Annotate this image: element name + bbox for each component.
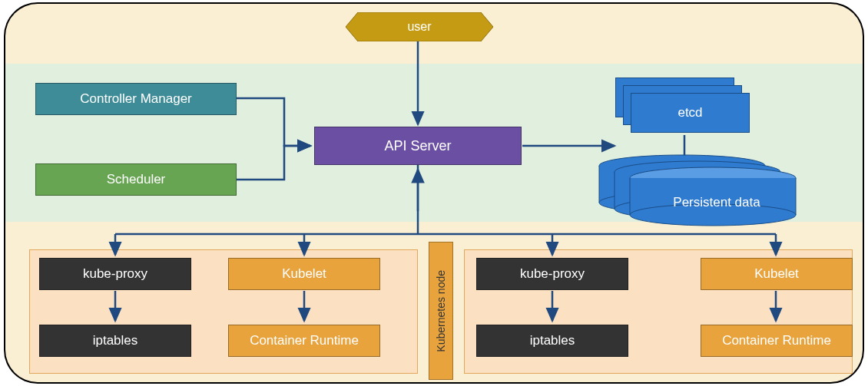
scheduler-box: Scheduler: [35, 163, 237, 196]
diagram-outer: Kubernetes node: [5, 4, 863, 382]
controller-manager-box: Controller Manager: [35, 83, 237, 115]
kubelet-box-2: Kubelet: [701, 258, 853, 290]
container-runtime-box-1: Container Runtime: [228, 325, 380, 357]
container-runtime-box-2: Container Runtime: [701, 325, 853, 357]
canvas: Kubernetes node: [4, 2, 864, 384]
iptables-box-1: iptables: [39, 325, 191, 357]
etcd-stack: etcd: [615, 78, 750, 135]
kube-proxy-box-1: kube-proxy: [39, 258, 191, 290]
kube-proxy-box-2: kube-proxy: [476, 258, 628, 290]
iptables-box-2: iptables: [476, 325, 628, 357]
persistent-data-cylinders: Persistent data: [594, 152, 793, 225]
api-server-box: API Server: [314, 127, 522, 165]
user-label: user: [407, 20, 431, 34]
user-node: user: [346, 12, 493, 41]
kubelet-box-1: Kubelet: [228, 258, 380, 290]
persistent-data-label: Persistent data: [640, 195, 793, 210]
etcd-box: etcd: [631, 93, 750, 133]
